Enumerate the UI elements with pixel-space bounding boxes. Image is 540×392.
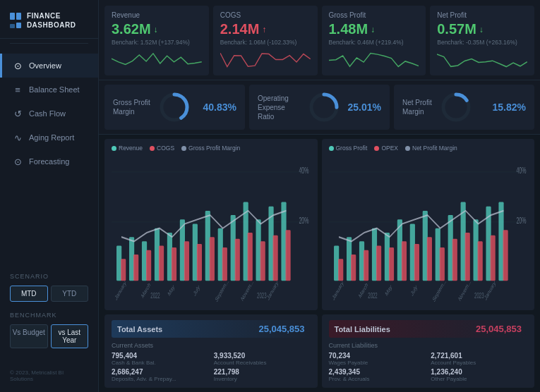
scenario-buttons: MTDYTD xyxy=(10,286,88,302)
balance-item-label: Account Receivables xyxy=(214,360,311,366)
scenario-label: Scenario xyxy=(10,273,88,280)
svg-text:20%: 20% xyxy=(516,216,526,226)
btn-vs-last-year[interactable]: vs Last Year xyxy=(51,324,89,348)
kpi-cogs: COGS 2.14M↑ Benchark: 1.06M (-102.33%) xyxy=(213,6,318,75)
balance-item: 1,236,240 Other Payable xyxy=(431,368,527,382)
chart-right-svg: 40%20%20222023JanuaryMarchMayJulySeptem.… xyxy=(329,154,528,305)
balance-item: 795,404 Cash & Bank Bal. xyxy=(112,352,208,366)
svg-text:2022: 2022 xyxy=(150,291,160,300)
svg-text:Septem...: Septem... xyxy=(215,277,229,303)
legend-item: COGS xyxy=(150,145,174,152)
kpi-sparkline xyxy=(220,50,311,70)
kpi-arrow: ↓ xyxy=(154,25,158,35)
kpi-value: 2.14M↑ xyxy=(220,21,311,37)
legend-dot xyxy=(405,146,410,151)
balance-item-label: Other Payable xyxy=(431,376,527,382)
sidebar-item-label: Forecasting xyxy=(29,157,69,166)
sidebar-item-overview[interactable]: ⊙ Overview xyxy=(0,54,98,78)
svg-rect-28 xyxy=(197,244,202,281)
metric-label: Net Profit xyxy=(402,98,432,107)
liabilities-header: Total Liabilities 25,045,853 xyxy=(329,320,528,338)
balance-item: 2,686,247 Deposits, Adv. & Prepay... xyxy=(112,368,208,382)
logo-area: FINANCE DASHBOARD xyxy=(0,0,98,39)
legend-label: Gross Profit xyxy=(336,145,368,152)
balance-item-value: 2,721,601 xyxy=(431,352,527,360)
balance-item-label: Deposits, Adv. & Prepay... xyxy=(112,376,208,382)
benchmark-buttons: Vs Budgetvs Last Year xyxy=(10,324,88,348)
chart-left-legend: Revenue COGS Gross Profit Margin xyxy=(112,145,311,152)
assets-title: Total Assets xyxy=(117,325,162,333)
aging-report-icon: ∿ xyxy=(12,132,23,143)
svg-text:July: July xyxy=(193,283,200,298)
sidebar-item-cash-flow[interactable]: ↺ Cash Flow xyxy=(0,102,98,125)
btn-vs-budget[interactable]: Vs Budget xyxy=(10,324,48,348)
svg-text:2023: 2023 xyxy=(474,291,484,300)
btn-ytd[interactable]: YTD xyxy=(51,286,89,302)
legend-dot xyxy=(181,146,186,151)
balance-item-label: Account Payables xyxy=(431,360,527,366)
assets-section-title: Current Assets xyxy=(112,342,311,349)
legend-label: Net Profit Margin xyxy=(412,145,457,152)
kpi-title: Revenue xyxy=(112,11,202,19)
svg-text:2022: 2022 xyxy=(368,291,378,300)
benchmark-label: Benchmark xyxy=(10,312,88,319)
legend-dot xyxy=(150,146,155,151)
svg-text:July: July xyxy=(409,283,417,298)
balance-sheet-icon: ≡ xyxy=(12,84,23,95)
svg-rect-59 xyxy=(364,250,368,281)
balance-item: 70,234 Wages Payable xyxy=(329,352,426,366)
balance-item: 3,933,520 Account Receivables xyxy=(214,352,311,366)
svg-rect-23 xyxy=(172,247,176,281)
svg-rect-72 xyxy=(426,237,431,281)
svg-rect-26 xyxy=(184,241,189,281)
legend-label: Gross Profit Margin xyxy=(188,145,240,152)
svg-rect-43 xyxy=(273,235,278,281)
chart-left-svg: 40%20%20222023JanuaryMarchMayJulySeptem.… xyxy=(112,154,311,305)
svg-text:2023: 2023 xyxy=(257,291,267,300)
metric-label: Margin xyxy=(113,107,150,116)
logo-icon xyxy=(10,13,21,28)
sidebar-item-forecasting[interactable]: ⊙ Forecasting xyxy=(0,149,98,173)
svg-rect-36 xyxy=(235,239,240,281)
liabilities-section-title: Current Liabilities xyxy=(329,342,528,349)
svg-text:Septem...: Septem... xyxy=(431,277,446,303)
sidebar-item-aging-report[interactable]: ∿ Aging Report xyxy=(0,125,98,149)
kpi-sparkline xyxy=(329,50,419,70)
balance-item-value: 795,404 xyxy=(112,352,208,360)
legend-item: OPEX xyxy=(374,145,398,152)
balance-item-value: 221,798 xyxy=(214,368,311,376)
svg-rect-13 xyxy=(121,259,126,281)
metric-donut xyxy=(307,90,341,124)
svg-rect-57 xyxy=(351,255,356,281)
liabilities-title: Total Liabilities xyxy=(335,325,390,333)
kpi-net-profit: Net Profit 0.57M↓ Benchark: -0.35M (+263… xyxy=(430,6,534,75)
kpi-sparkline xyxy=(437,50,527,70)
metric-gross-profit-margin: Gross ProfitMargin 40.83% xyxy=(104,85,245,130)
kpi-value: 1.48M↓ xyxy=(329,21,419,37)
metric-net-profit-margin: Net ProfitMargin 15.82% xyxy=(394,85,534,130)
sidebar: FINANCE DASHBOARD ⊙ Overview≡ Balance Sh… xyxy=(0,0,99,392)
svg-rect-16 xyxy=(133,255,138,281)
kpi-arrow: ↓ xyxy=(479,25,484,35)
svg-rect-38 xyxy=(248,233,253,281)
metric-operating-expense-ratio: OperatingExpense Ratio 25.01% xyxy=(249,85,390,130)
svg-text:May: May xyxy=(167,283,176,298)
legend-item: Net Profit Margin xyxy=(405,145,457,152)
svg-rect-67 xyxy=(401,241,406,281)
sidebar-footer: © 2023, Metricalist BI Solutions xyxy=(0,364,98,392)
sidebar-item-label: Balance Sheet xyxy=(29,85,80,94)
overview-icon: ⊙ xyxy=(12,60,23,71)
sidebar-item-balance-sheet[interactable]: ≡ Balance Sheet xyxy=(0,78,98,102)
legend-dot xyxy=(329,146,334,151)
legend-item: Gross Profit Margin xyxy=(181,145,240,152)
svg-rect-74 xyxy=(439,247,444,281)
legend-dot xyxy=(112,146,116,151)
chart-right-legend: Gross Profit OPEX Net Profit Margin xyxy=(329,145,528,152)
svg-rect-62 xyxy=(376,246,380,281)
balance-item-label: Prov. & Accruals xyxy=(329,376,426,382)
svg-text:20%: 20% xyxy=(299,216,308,226)
btn-mtd[interactable]: MTD xyxy=(10,286,48,302)
metric-label: Expense Ratio xyxy=(258,103,300,121)
forecasting-icon: ⊙ xyxy=(12,156,23,167)
chart-left: Revenue COGS Gross Profit Margin 40%20%2… xyxy=(104,139,318,310)
